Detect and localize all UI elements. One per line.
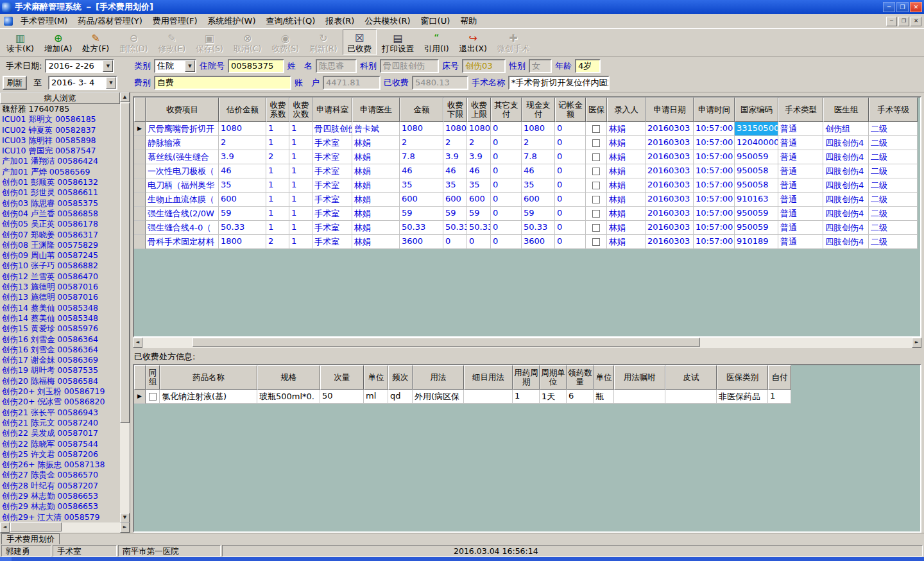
grid-cell[interactable]: 0 [443, 235, 467, 249]
grid-cell[interactable]: 骨四肢创伤 [312, 122, 352, 136]
column-header[interactable]: 次量 [320, 365, 364, 390]
grid-cell[interactable]: 1 [289, 178, 312, 193]
patient-list-item[interactable]: ICU10 曾国完 00587547 [0, 146, 120, 156]
patient-vertical-scrollbar[interactable]: ▲ ▼ [120, 92, 130, 522]
grid-cell[interactable]: 林娟 [607, 136, 646, 150]
chevron-down-icon[interactable]: ▼ [103, 60, 113, 72]
patient-list-item[interactable]: 创伤19 胡叶考 00587535 [0, 365, 120, 375]
grid-cell[interactable]: 0 [555, 164, 586, 178]
grid-cell[interactable]: 二级 [869, 150, 918, 164]
mdi-minimize-icon[interactable]: ─ [886, 17, 897, 26]
column-header[interactable]: 申请日期 [646, 98, 694, 122]
grid-cell[interactable]: 2 [266, 150, 289, 164]
scroll-right-icon[interactable]: ► [912, 338, 921, 348]
menu-item[interactable]: 费用管理(F) [148, 13, 203, 29]
grid-cell[interactable]: 林娟 [352, 178, 400, 193]
grid-cell[interactable]: 林娟 [607, 122, 646, 136]
grid-cell[interactable]: 2 [400, 136, 443, 150]
grid-cell[interactable]: 创伤组 [823, 122, 869, 136]
grid-cell[interactable]: 7.8 [522, 150, 555, 164]
quote-button[interactable]: “引用(I) [419, 30, 454, 55]
chevron-down-icon[interactable]: ▼ [106, 77, 116, 89]
grid-cell[interactable]: 二级 [869, 136, 918, 150]
grid-cell[interactable]: 33150500 [735, 122, 778, 136]
grid-cell[interactable]: 二级 [869, 164, 918, 178]
grid-cell[interactable]: 慕丝线(强生缝合 [146, 150, 219, 164]
grid-cell[interactable]: 7.8 [400, 150, 443, 164]
patient-panel-header[interactable]: 病人浏览 [0, 92, 120, 104]
table-row[interactable]: 生物止血流体膜（60011手术室林娟60060060006000林娟201603… [134, 193, 918, 207]
same-group-checkbox[interactable] [149, 393, 157, 401]
grid-cell[interactable]: 3600 [522, 235, 555, 249]
grid-cell[interactable]: 35 [443, 178, 467, 193]
column-header[interactable]: 申请科室 [312, 98, 352, 122]
grid-cell[interactable]: 10:57:00 [694, 150, 735, 164]
patient-list-item[interactable]: 创伤20+ 倪冰雪 00586820 [0, 397, 120, 407]
grid-cell[interactable]: 0 [555, 221, 586, 235]
column-header[interactable]: 皮试 [665, 365, 717, 390]
patient-list-item[interactable]: 创伤29+ 江大清 0058579 [0, 512, 120, 522]
table-row[interactable]: 一次性电刀极板（4611手术室林娟4646460460林娟2016030310:… [134, 164, 918, 178]
start-button[interactable] [0, 557, 12, 561]
grid-cell[interactable]: 600 [467, 193, 491, 207]
grid-cell[interactable]: 氯化钠注射液(基) [160, 390, 257, 404]
grid-cell[interactable]: 林娟 [607, 193, 646, 207]
grid-cell[interactable] [586, 150, 607, 164]
patient-list-item[interactable]: 创伤27 陈贵金 00586570 [0, 470, 120, 480]
grid-cell[interactable]: 950059 [735, 221, 778, 235]
insurance-checkbox[interactable] [592, 196, 600, 203]
mdi-restore-icon[interactable]: ❐ [898, 17, 909, 26]
grid-cell[interactable]: 600 [219, 193, 266, 207]
grid-cell[interactable]: 120400000 [735, 136, 778, 150]
menu-item[interactable]: 药品/器材管理(Y) [73, 13, 147, 29]
date-from-select[interactable]: 2016- 2-26 ▼ [45, 59, 114, 73]
grid-cell[interactable]: 10:57:00 [694, 221, 735, 235]
grid-cell[interactable]: 普通 [778, 136, 823, 150]
grid-cell[interactable]: 1 [513, 390, 540, 404]
patient-list-item[interactable]: 创伤13 施德明 00587016 [0, 292, 120, 302]
grid-cell[interactable]: 林娟 [607, 235, 646, 249]
column-header[interactable]: 医生组 [823, 98, 869, 122]
grid-cell[interactable] [586, 207, 607, 221]
grid-cell[interactable]: 1 [266, 207, 289, 221]
grid-cell[interactable]: 600 [443, 193, 467, 207]
patient-list-item[interactable]: 创伤12 兰雪英 00586470 [0, 272, 120, 282]
grid-cell[interactable]: 林娟 [352, 164, 400, 178]
scroll-right-icon[interactable]: ► [120, 522, 130, 533]
grid-cell[interactable]: 0 [467, 235, 491, 249]
grid-cell[interactable]: 普通 [778, 235, 823, 249]
grid-cell[interactable]: 1 [266, 193, 289, 207]
grid-cell[interactable]: 手术室 [312, 193, 352, 207]
grid-cell[interactable]: 59 [467, 207, 491, 221]
column-header[interactable]: 申请医生 [352, 98, 400, 122]
grid-cell[interactable]: 35 [467, 178, 491, 193]
grid-cell[interactable]: 10:57:00 [694, 235, 735, 249]
grid-cell[interactable]: 电刀柄（福州奥华 [146, 178, 219, 193]
patient-list-item[interactable]: 创伤26+ 陈振忠 00587138 [0, 460, 120, 470]
column-header[interactable]: 现金支付 [522, 98, 555, 122]
grid-cell[interactable]: 950059 [735, 207, 778, 221]
grid-cell[interactable]: 普通 [778, 221, 823, 235]
grid-cell[interactable]: 手术室 [312, 207, 352, 221]
grid-cell[interactable]: 600 [400, 193, 443, 207]
grid-cell[interactable]: ml [364, 390, 388, 404]
grid-cell[interactable]: 1 [266, 221, 289, 235]
grid-cell[interactable]: 普通 [778, 122, 823, 136]
grid-cell[interactable]: 1 [768, 390, 791, 404]
column-header[interactable]: 收费项目 [146, 98, 219, 122]
grid-cell[interactable]: 四肢创伤4 [823, 164, 869, 178]
grid-cell[interactable]: 10:57:00 [694, 136, 735, 150]
column-header[interactable]: 估价金额 [219, 98, 266, 122]
grid-cell[interactable]: 静脉输液 [146, 136, 219, 150]
menu-item[interactable]: 公共模块(R) [359, 13, 415, 29]
grid-cell[interactable]: 0 [491, 193, 522, 207]
scroll-left-icon[interactable]: ◄ [133, 338, 142, 348]
patient-list-item[interactable]: 创伤14 蔡美仙 00585348 [0, 313, 120, 324]
column-header[interactable]: 医保类别 [717, 365, 768, 390]
grid-cell[interactable] [586, 221, 607, 235]
grid-cell[interactable]: 1 [289, 150, 312, 164]
grid-cell[interactable]: 950058 [735, 178, 778, 193]
grid-cell[interactable]: 3.9 [443, 150, 467, 164]
grid-cell[interactable]: 曾卡斌 [352, 122, 400, 136]
grid-cell[interactable]: 50.33 [443, 221, 467, 235]
